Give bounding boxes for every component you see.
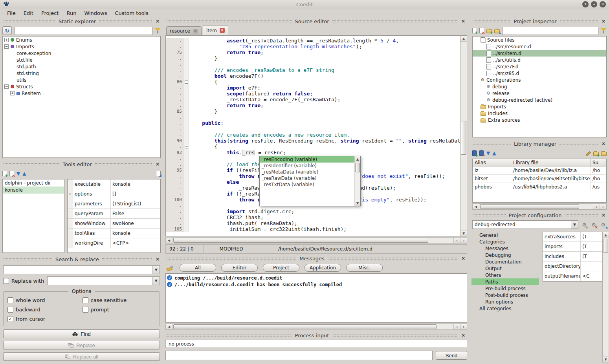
register-folder-icon[interactable] — [593, 152, 599, 156]
add-source-icon[interactable] — [472, 28, 477, 33]
remove-source-icon[interactable] — [479, 28, 484, 33]
clear-messages-icon[interactable] — [166, 265, 173, 271]
chevron-down-icon[interactable]: ▼ — [152, 277, 160, 285]
code-line[interactable]: 90 this(string resFile, ResEncoding resE… — [166, 138, 460, 144]
scroll-down-icon[interactable]: ▼ — [603, 356, 609, 362]
checkbox-from-cursor[interactable]: ✓from cursor — [7, 316, 81, 322]
tree-item-output[interactable]: Output — [471, 265, 539, 272]
tool-item-konsole[interactable]: konsole — [3, 187, 64, 194]
symbol-filter-input[interactable] — [14, 27, 152, 35]
code-line[interactable]: . CRC32 ihash; — [166, 214, 460, 220]
minimize-button[interactable]: ▾ — [582, 1, 589, 7]
menu-windows[interactable]: Windows — [81, 9, 110, 17]
property-value[interactable]: <CFP> — [111, 238, 160, 248]
scroll-thumb[interactable] — [173, 324, 437, 329]
property-value[interactable]: (T — [581, 232, 602, 241]
code-line[interactable]: 75 return true; — [166, 49, 460, 55]
add-tool-icon[interactable] — [2, 171, 7, 176]
row-selector[interactable] — [68, 199, 73, 209]
scroll-right-step-icon[interactable]: › — [460, 324, 467, 329]
scroll-left-icon[interactable]: ◀ — [166, 324, 172, 329]
tree-item-release[interactable]: ⚙release — [473, 90, 606, 97]
property-value[interactable]: konsole — [111, 179, 160, 189]
move-up-icon[interactable]: ▲ — [22, 171, 26, 176]
row-selector[interactable] — [68, 209, 73, 218]
replace-term-combo[interactable]: ▼ — [47, 276, 160, 285]
code-line[interactable]: . — [166, 114, 460, 120]
folder-up-icon[interactable] — [494, 29, 500, 33]
code-line[interactable]: . _resTxtData = encode_7F(_resRawData); — [166, 97, 460, 102]
add-config-icon[interactable]: ⚙ — [581, 222, 588, 228]
code-line[interactable]: .− { — [166, 144, 460, 150]
add-library-icon[interactable] — [472, 150, 477, 156]
expander-icon[interactable]: + — [4, 38, 9, 42]
tree-item-src-resource-d[interactable]: ../src/resource.d — [473, 43, 606, 50]
tree-item-src-item-d[interactable]: ../src/item.d — [473, 50, 606, 57]
tab-close-icon[interactable]: × — [193, 29, 198, 34]
scroll-track[interactable] — [355, 162, 360, 200]
fold-marker[interactable]: − — [185, 145, 188, 148]
add-folder-icon[interactable] — [486, 29, 492, 33]
edit-library-icon[interactable] — [585, 150, 591, 156]
checkbox-whole-word[interactable]: whole word — [7, 297, 81, 303]
property-value[interactable] — [581, 262, 602, 271]
property-value[interactable]: konsole — [111, 229, 160, 238]
config-vscrollbar[interactable]: ▲ ▼ — [602, 232, 609, 362]
property-value[interactable]: (T — [581, 252, 602, 261]
scroll-up-icon[interactable]: ▲ — [460, 36, 467, 42]
tree-item-pre-build-process[interactable]: Pre-build process — [471, 285, 539, 292]
fold-marker[interactable]: − — [185, 80, 188, 84]
move-up-icon[interactable]: ▲ — [492, 151, 496, 155]
close-panel-icon[interactable]: × — [155, 161, 160, 167]
column-header-library-file[interactable]: Library file — [511, 159, 591, 166]
code-line[interactable]: . bool encodee7F() — [166, 73, 460, 79]
chevron-down-icon[interactable]: ▼ — [571, 221, 578, 229]
scroll-up-icon[interactable]: ▲ — [355, 156, 360, 162]
scroll-thumb[interactable] — [603, 239, 608, 253]
open-folder-icon[interactable] — [601, 152, 607, 156]
row-selector[interactable]: › — [68, 189, 73, 199]
menu-edit[interactable]: Edit — [20, 9, 37, 17]
close-window-button[interactable]: × — [600, 1, 606, 7]
tree-item-configurations[interactable]: ⚙Configurations — [473, 77, 606, 83]
send-button[interactable]: Send — [436, 351, 467, 360]
property-value[interactable]: False — [111, 209, 160, 218]
move-down-icon[interactable]: ▼ — [17, 171, 20, 176]
close-panel-icon[interactable]: × — [155, 18, 160, 24]
tree-item-imports[interactable]: Imports — [473, 103, 606, 110]
find-button[interactable]: Find — [3, 329, 160, 338]
scroll-track[interactable] — [479, 204, 593, 209]
library-row[interactable]: phobos/usr/lib64/libphobos2.a/us — [473, 183, 606, 191]
completion-item[interactable]: _resMetaData (variable) — [260, 169, 354, 175]
scroll-left-step-icon[interactable]: ‹ — [453, 324, 460, 329]
checkbox-prompt[interactable]: prompt — [83, 307, 156, 313]
scroll-track[interactable] — [172, 238, 453, 243]
message-row[interactable]: i/.../build/resource.d.coedit has been s… — [167, 281, 466, 288]
close-panel-icon[interactable]: × — [460, 333, 466, 338]
scroll-left-step-icon[interactable]: ‹ — [593, 204, 600, 209]
filter-editor[interactable]: Editor — [221, 264, 258, 272]
search-term-combo[interactable]: ▼ — [3, 265, 160, 274]
replace-button[interactable]: Replace — [3, 341, 160, 349]
code-line[interactable]: 92 this._res = resEnc; — [166, 150, 460, 155]
tree-item-messages[interactable]: Messages — [471, 245, 539, 252]
close-panel-icon[interactable]: × — [155, 256, 160, 262]
row-selector[interactable] — [68, 229, 73, 238]
move-down-icon[interactable]: ▼ — [486, 151, 490, 155]
code-line[interactable]: . import e7F; — [166, 85, 460, 91]
splitter[interactable] — [539, 232, 543, 362]
scroll-left-icon[interactable]: ◀ — [473, 204, 479, 209]
tree-item-run-options[interactable]: Run options — [471, 298, 539, 305]
tree-item-std-path[interactable]: std.path — [3, 63, 160, 70]
tree-item-debug[interactable]: ⚙debug — [473, 83, 606, 90]
scroll-left-step-icon[interactable]: ‹ — [453, 238, 460, 243]
tree-item-src-utils-d[interactable]: ../src/utils.d — [473, 57, 606, 63]
tree-item-debugging[interactable]: Debugging — [471, 252, 539, 258]
tree-item-core-exception[interactable]: core.exception — [3, 50, 160, 57]
tree-item-documentation[interactable]: Documentation — [471, 258, 539, 265]
code-line[interactable]: . } — [166, 55, 460, 61]
menu-file[interactable]: File — [4, 9, 19, 17]
code-line[interactable]: . "z85 representation length mismatches"… — [166, 44, 460, 49]
tree-item-post-build-process[interactable]: Post-build process — [471, 292, 539, 298]
checkbox-backward[interactable]: backward — [7, 307, 81, 313]
